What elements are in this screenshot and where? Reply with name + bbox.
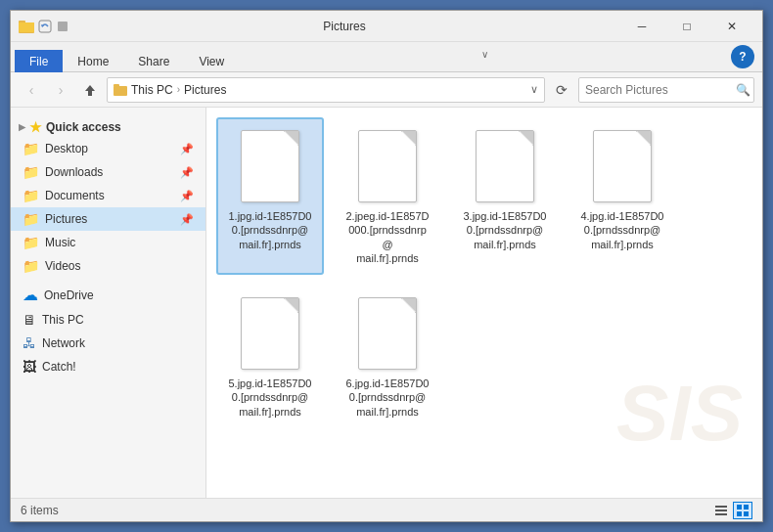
items-count: 6 items xyxy=(21,504,59,517)
maximize-button[interactable]: □ xyxy=(664,11,709,42)
sidebar-item-network-label: Network xyxy=(42,336,85,350)
tab-share[interactable]: Share xyxy=(123,50,184,72)
nav-bar: ‹ › This PC › Pictures ∨ ⟳ 🔍 xyxy=(11,72,762,108)
music-folder-icon: 📁 xyxy=(23,235,39,250)
sidebar-item-pictures-label: Pictures xyxy=(45,212,87,226)
svg-rect-5 xyxy=(58,22,68,31)
sidebar-item-catch[interactable]: 🖼 Catch! xyxy=(11,355,205,378)
sidebar-item-downloads-label: Downloads xyxy=(45,165,103,179)
forward-button[interactable]: › xyxy=(48,77,73,103)
list-view-button[interactable] xyxy=(711,502,731,519)
thispc-icon: 🖥 xyxy=(23,312,36,328)
file-icon-3 xyxy=(588,127,657,205)
sidebar-item-pictures[interactable]: 📁 Pictures 📌 xyxy=(11,207,205,231)
file-icon-4 xyxy=(236,294,304,373)
minimize-button[interactable]: ─ xyxy=(619,11,664,42)
up-button[interactable] xyxy=(77,77,103,103)
svg-rect-2 xyxy=(19,22,34,32)
sidebar-item-onedrive[interactable]: ☁ OneDrive xyxy=(11,282,205,308)
sidebar-item-music-label: Music xyxy=(45,236,75,249)
svg-rect-9 xyxy=(715,510,727,511)
main-area: ▶ ★ Quick access 📁 Desktop 📌 📁 Downloads… xyxy=(11,108,762,498)
file-name-2: 3.jpg.id-1E857D00.[prndssdnrp@mail.fr].p… xyxy=(463,209,546,251)
sidebar-item-onedrive-label: OneDrive xyxy=(44,288,94,302)
quick-access-star-icon: ★ xyxy=(29,119,42,135)
pictures-pin-icon: 📌 xyxy=(180,213,194,226)
file-icon-1 xyxy=(353,127,422,205)
file-area[interactable]: SIS 1.jpg.id-1E857D00.[prndssdnrp@mail.f… xyxy=(206,108,762,498)
svg-rect-11 xyxy=(737,505,742,510)
svg-rect-8 xyxy=(715,506,727,508)
breadcrumb: This PC › Pictures xyxy=(131,83,226,97)
quick-access-label: Quick access xyxy=(46,120,121,134)
svg-rect-10 xyxy=(715,513,727,515)
ribbon: File Home Share View ∨ ? xyxy=(11,42,762,72)
network-icon: 🖧 xyxy=(23,335,36,351)
title-bar: Pictures ─ □ ✕ xyxy=(11,11,762,42)
file-item-4[interactable]: 5.jpg.id-1E857D00.[prndssdnrp@mail.fr].p… xyxy=(216,285,324,428)
sidebar-item-videos-label: Videos xyxy=(45,259,80,273)
window-title: Pictures xyxy=(69,20,619,33)
svg-rect-14 xyxy=(744,511,749,516)
file-name-1: 2.jpeg.id-1E857D000.[prndssdnrp@mail.fr]… xyxy=(343,209,432,265)
sidebar-item-videos[interactable]: 📁 Videos xyxy=(11,254,205,278)
videos-folder-icon: 📁 xyxy=(23,258,39,274)
sidebar-item-downloads[interactable]: 📁 Downloads 📌 xyxy=(11,160,205,184)
doc-icon-5 xyxy=(358,297,417,370)
svg-rect-12 xyxy=(744,505,749,510)
tab-view[interactable]: View xyxy=(184,50,239,72)
tab-file[interactable]: File xyxy=(15,50,63,72)
list-view-icon xyxy=(714,504,728,517)
address-dropdown[interactable]: ∨ xyxy=(530,83,538,96)
doc-icon-2 xyxy=(476,130,534,202)
sidebar-item-network[interactable]: 🖧 Network xyxy=(11,332,205,355)
search-bar[interactable]: 🔍 xyxy=(578,77,754,103)
file-name-4: 5.jpg.id-1E857D00.[prndssdnrp@mail.fr].p… xyxy=(228,377,311,419)
status-bar: 6 items xyxy=(11,498,762,521)
svg-rect-6 xyxy=(114,86,127,96)
title-bar-icons xyxy=(19,19,69,34)
grid-view-button[interactable] xyxy=(733,502,752,519)
ribbon-chevron[interactable]: ∨ xyxy=(481,49,488,60)
catch-icon: 🖼 xyxy=(23,359,36,375)
search-input[interactable] xyxy=(585,83,732,97)
file-icon-0 xyxy=(236,127,304,205)
sidebar-item-music[interactable]: 📁 Music xyxy=(11,231,205,254)
onedrive-icon: ☁ xyxy=(23,286,38,304)
downloads-pin-icon: 📌 xyxy=(180,166,194,179)
close-button[interactable]: ✕ xyxy=(709,11,754,42)
breadcrumb-pictures[interactable]: Pictures xyxy=(184,83,226,97)
downloads-folder-icon: 📁 xyxy=(23,164,39,180)
ribbon-tabs: File Home Share View ∨ ? xyxy=(11,42,762,71)
sidebar-item-thispc-label: This PC xyxy=(42,313,84,327)
refresh-button[interactable]: ⟳ xyxy=(549,77,574,103)
explorer-window: Pictures ─ □ ✕ File Home Share View ∨ ? … xyxy=(10,10,763,522)
tab-home[interactable]: Home xyxy=(63,50,123,72)
file-grid: 1.jpg.id-1E857D00.[prndssdnrp@mail.fr].p… xyxy=(216,117,752,428)
quick-access-header: ▶ ★ Quick access xyxy=(11,113,205,137)
back-button[interactable]: ‹ xyxy=(19,77,44,103)
file-item-0[interactable]: 1.jpg.id-1E857D00.[prndssdnrp@mail.fr].p… xyxy=(216,117,324,275)
view-controls xyxy=(711,502,752,519)
svg-rect-3 xyxy=(39,21,51,32)
file-item-5[interactable]: 6.jpg.id-1E857D00.[prndssdnrp@mail.fr].p… xyxy=(334,285,441,428)
address-bar[interactable]: This PC › Pictures ∨ xyxy=(107,77,545,103)
sidebar-item-documents[interactable]: 📁 Documents 📌 xyxy=(11,184,205,207)
desktop-pin-icon: 📌 xyxy=(180,143,194,155)
quick-access-chevron: ▶ xyxy=(19,122,25,132)
breadcrumb-thispc[interactable]: This PC xyxy=(131,83,173,97)
file-icon-5 xyxy=(353,294,422,373)
grid-view-icon xyxy=(736,504,750,517)
sidebar-item-catch-label: Catch! xyxy=(42,360,76,374)
help-button[interactable]: ? xyxy=(731,45,754,68)
file-item-2[interactable]: 3.jpg.id-1E857D00.[prndssdnrp@mail.fr].p… xyxy=(451,117,559,275)
svg-rect-7 xyxy=(114,84,119,87)
sidebar-item-thispc[interactable]: 🖥 This PC xyxy=(11,308,205,332)
svg-rect-13 xyxy=(737,511,742,516)
file-icon-2 xyxy=(471,127,539,205)
file-item-1[interactable]: 2.jpeg.id-1E857D000.[prndssdnrp@mail.fr]… xyxy=(334,117,441,275)
sidebar-item-desktop[interactable]: 📁 Desktop 📌 xyxy=(11,137,205,160)
title-bar-controls: ─ □ ✕ xyxy=(619,11,754,42)
pin-icon xyxy=(56,20,69,33)
file-item-3[interactable]: 4.jpg.id-1E857D00.[prndssdnrp@mail.fr].p… xyxy=(568,117,676,275)
